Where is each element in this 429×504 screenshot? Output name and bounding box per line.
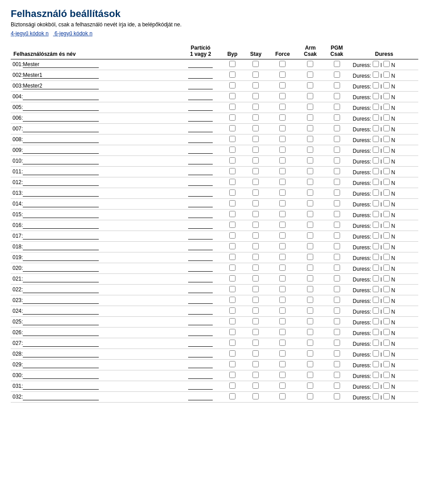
- pgm-checkbox[interactable]: [334, 189, 340, 196]
- pgm-checkbox[interactable]: [334, 393, 340, 399]
- force-checkbox[interactable]: [279, 318, 286, 324]
- user-name-input[interactable]: [23, 72, 99, 79]
- duress-i-checkbox[interactable]: [373, 82, 379, 88]
- force-checkbox[interactable]: [279, 147, 286, 153]
- stay-checkbox[interactable]: [252, 372, 259, 378]
- duress-i-checkbox[interactable]: [373, 318, 379, 324]
- arm-checkbox[interactable]: [307, 200, 313, 206]
- duress-i-checkbox[interactable]: [373, 211, 379, 217]
- arm-checkbox[interactable]: [307, 222, 313, 228]
- user-name-input[interactable]: [23, 244, 99, 250]
- duress-n-checkbox[interactable]: [383, 232, 390, 239]
- user-name-input[interactable]: [23, 265, 99, 272]
- arm-checkbox[interactable]: [307, 372, 313, 378]
- arm-checkbox[interactable]: [307, 393, 313, 399]
- user-name-input[interactable]: [23, 211, 99, 218]
- user-name-input[interactable]: [23, 372, 99, 379]
- duress-n-checkbox[interactable]: [383, 114, 390, 121]
- partition-input[interactable]: [188, 179, 213, 186]
- byp-checkbox[interactable]: [229, 382, 236, 389]
- duress-n-checkbox[interactable]: [383, 265, 390, 271]
- duress-i-checkbox[interactable]: [373, 297, 379, 303]
- force-checkbox[interactable]: [279, 372, 286, 378]
- pgm-checkbox[interactable]: [334, 307, 340, 314]
- duress-n-checkbox[interactable]: [383, 211, 390, 217]
- arm-checkbox[interactable]: [307, 82, 313, 88]
- user-name-input[interactable]: [23, 136, 99, 143]
- force-checkbox[interactable]: [279, 382, 286, 389]
- duress-n-checkbox[interactable]: [383, 307, 390, 314]
- pgm-checkbox[interactable]: [334, 254, 340, 260]
- arm-checkbox[interactable]: [307, 361, 313, 367]
- stay-checkbox[interactable]: [252, 318, 259, 324]
- pgm-checkbox[interactable]: [334, 168, 340, 174]
- byp-checkbox[interactable]: [229, 286, 236, 292]
- stay-checkbox[interactable]: [252, 329, 259, 335]
- user-name-input[interactable]: [23, 83, 99, 89]
- stay-checkbox[interactable]: [252, 297, 259, 303]
- partition-input[interactable]: [188, 93, 213, 100]
- byp-checkbox[interactable]: [229, 243, 236, 249]
- duress-i-checkbox[interactable]: [373, 200, 379, 206]
- duress-i-checkbox[interactable]: [373, 136, 379, 142]
- user-name-input[interactable]: [23, 340, 99, 347]
- duress-i-checkbox[interactable]: [373, 104, 379, 110]
- stay-checkbox[interactable]: [252, 157, 259, 164]
- arm-checkbox[interactable]: [307, 104, 313, 110]
- force-checkbox[interactable]: [279, 200, 286, 206]
- byp-checkbox[interactable]: [229, 114, 236, 121]
- partition-input[interactable]: [188, 158, 213, 164]
- pgm-checkbox[interactable]: [334, 61, 340, 67]
- stay-checkbox[interactable]: [252, 189, 259, 196]
- stay-checkbox[interactable]: [252, 179, 259, 185]
- user-name-input[interactable]: [23, 61, 99, 68]
- stay-checkbox[interactable]: [252, 93, 259, 99]
- arm-checkbox[interactable]: [307, 61, 313, 67]
- pgm-checkbox[interactable]: [334, 71, 340, 78]
- pgm-checkbox[interactable]: [334, 222, 340, 228]
- arm-checkbox[interactable]: [307, 350, 313, 357]
- duress-n-checkbox[interactable]: [383, 297, 390, 303]
- pgm-checkbox[interactable]: [334, 350, 340, 357]
- partition-input[interactable]: [188, 136, 213, 143]
- duress-i-checkbox[interactable]: [373, 393, 379, 399]
- force-checkbox[interactable]: [279, 232, 286, 239]
- partition-input[interactable]: [188, 190, 213, 197]
- user-name-input[interactable]: [23, 190, 99, 197]
- pgm-checkbox[interactable]: [334, 286, 340, 292]
- partition-input[interactable]: [188, 61, 213, 68]
- stay-checkbox[interactable]: [252, 125, 259, 131]
- partition-input[interactable]: [188, 115, 213, 122]
- byp-checkbox[interactable]: [229, 307, 236, 314]
- user-name-input[interactable]: [23, 168, 99, 175]
- arm-checkbox[interactable]: [307, 286, 313, 292]
- pgm-checkbox[interactable]: [334, 114, 340, 121]
- pgm-checkbox[interactable]: [334, 318, 340, 324]
- duress-i-checkbox[interactable]: [373, 329, 379, 335]
- arm-checkbox[interactable]: [307, 232, 313, 239]
- partition-input[interactable]: [188, 286, 213, 293]
- byp-checkbox[interactable]: [229, 136, 236, 142]
- user-name-input[interactable]: [23, 254, 99, 261]
- duress-i-checkbox[interactable]: [373, 179, 379, 185]
- force-checkbox[interactable]: [279, 340, 286, 346]
- byp-checkbox[interactable]: [229, 222, 236, 228]
- force-checkbox[interactable]: [279, 361, 286, 367]
- duress-n-checkbox[interactable]: [383, 393, 390, 399]
- user-name-input[interactable]: [23, 286, 99, 293]
- byp-checkbox[interactable]: [229, 168, 236, 174]
- force-checkbox[interactable]: [279, 157, 286, 164]
- arm-checkbox[interactable]: [307, 297, 313, 303]
- stay-checkbox[interactable]: [252, 232, 259, 239]
- duress-n-checkbox[interactable]: [383, 136, 390, 142]
- partition-input[interactable]: [188, 254, 213, 261]
- arm-checkbox[interactable]: [307, 147, 313, 153]
- force-checkbox[interactable]: [279, 307, 286, 314]
- byp-checkbox[interactable]: [229, 340, 236, 346]
- user-name-input[interactable]: [23, 93, 99, 100]
- arm-checkbox[interactable]: [307, 93, 313, 99]
- force-checkbox[interactable]: [279, 168, 286, 174]
- arm-checkbox[interactable]: [307, 265, 313, 271]
- duress-n-checkbox[interactable]: [383, 254, 390, 260]
- force-checkbox[interactable]: [279, 297, 286, 303]
